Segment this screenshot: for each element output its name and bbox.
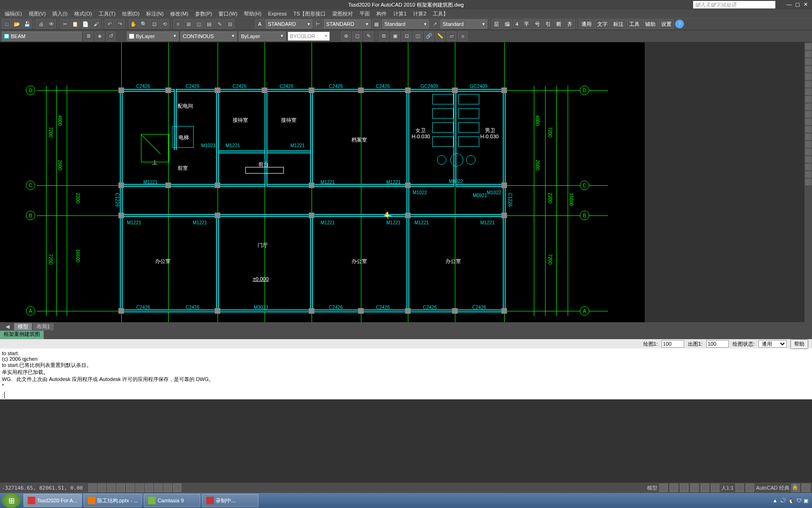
dim-style-dropdown[interactable]: STANDARD bbox=[324, 19, 371, 29]
move-tool-icon[interactable] bbox=[805, 111, 812, 118]
menu-calc2[interactable]: 计算2 bbox=[410, 10, 429, 17]
dim-tool-icon[interactable] bbox=[805, 103, 812, 110]
id-btn[interactable]: 号 bbox=[532, 19, 542, 29]
taskbar-item-recorder[interactable]: 录制中... bbox=[202, 494, 258, 507]
circle-tool-icon[interactable] bbox=[805, 58, 812, 65]
zoom-window-icon[interactable]: ⊡ bbox=[149, 19, 159, 29]
layer-iso-icon[interactable]: ◈ bbox=[95, 32, 104, 41]
menu-view[interactable]: 视图(V) bbox=[26, 10, 49, 17]
network-icon[interactable]: 🔊 bbox=[780, 498, 786, 504]
plan-btn[interactable]: 平 bbox=[522, 19, 531, 29]
zoom-icon[interactable]: 🔍 bbox=[139, 19, 148, 29]
pan-icon[interactable]: ✋ bbox=[129, 19, 138, 29]
polar-toggle[interactable] bbox=[117, 484, 125, 492]
copy-tool-icon[interactable] bbox=[805, 119, 812, 125]
menu-format[interactable]: 格式(O) bbox=[71, 10, 95, 17]
text-style-dropdown[interactable]: STANDARD bbox=[265, 19, 312, 29]
ortho-toggle[interactable] bbox=[107, 484, 116, 492]
search-input[interactable]: 键入关键字或短语 bbox=[693, 1, 775, 8]
general-btn[interactable]: 通用 bbox=[579, 19, 594, 29]
arc-tool-icon[interactable] bbox=[805, 66, 812, 72]
table-style-dropdown[interactable]: Standard bbox=[382, 19, 429, 29]
lineweight-dropdown[interactable]: ByLayer bbox=[239, 32, 286, 41]
settings-btn[interactable]: 设置 bbox=[659, 19, 674, 29]
workspace-dropdown[interactable]: AutoCAD 经典 bbox=[756, 484, 789, 492]
otrack-toggle[interactable] bbox=[135, 484, 144, 492]
match-icon[interactable]: 🖌 bbox=[91, 19, 101, 29]
ducs-toggle[interactable] bbox=[145, 484, 153, 492]
scale2-input[interactable] bbox=[706, 340, 729, 348]
mleader-icon[interactable]: ↗ bbox=[430, 19, 439, 29]
measure-icon[interactable]: 📏 bbox=[436, 32, 445, 41]
hyperlink-icon[interactable]: 🔗 bbox=[424, 32, 434, 41]
drawing-canvas[interactable]: C2426 C2426 C2426 C2426 C2426 C2426 GC24… bbox=[0, 42, 645, 322]
dimstyle-icon[interactable]: ⊢ bbox=[313, 19, 323, 29]
preview-icon[interactable]: 👁 bbox=[47, 19, 56, 29]
menu-dim[interactable]: 标注(N) bbox=[143, 10, 166, 17]
layer-prev-icon[interactable]: ↺ bbox=[106, 32, 116, 41]
undo-icon[interactable]: ↶ bbox=[105, 19, 114, 29]
zoom-icon[interactable] bbox=[690, 484, 699, 492]
sheetset-icon[interactable]: ▤ bbox=[204, 19, 214, 29]
help-button[interactable]: 帮助 bbox=[790, 339, 808, 349]
block-edit-icon[interactable]: ✎ bbox=[364, 32, 373, 41]
maximize-icon[interactable]: ▢ bbox=[795, 1, 802, 8]
dim-btn[interactable]: 标注 bbox=[611, 19, 626, 29]
extend-tool-icon[interactable] bbox=[805, 156, 812, 163]
layer-dropdown[interactable]: BEAM bbox=[2, 32, 82, 41]
markup-icon[interactable]: ✎ bbox=[215, 19, 224, 29]
menu-modify[interactable]: 修改(M) bbox=[167, 10, 191, 17]
trim-tool-icon[interactable] bbox=[805, 149, 812, 155]
mleader-style-dropdown[interactable]: Standard bbox=[440, 19, 487, 29]
taskbar-item-powerpoint[interactable]: 陈工结构.pptx - ... bbox=[84, 494, 142, 507]
qq-icon[interactable]: 🐧 bbox=[788, 498, 795, 504]
tab-scroll-left-icon[interactable]: ◀ bbox=[2, 324, 13, 330]
designcenter-icon[interactable]: ⊞ bbox=[184, 19, 193, 29]
tab-model[interactable]: 模型 bbox=[14, 323, 32, 330]
hatch-tool-icon[interactable] bbox=[805, 88, 812, 95]
ole-icon[interactable]: ◫ bbox=[413, 32, 422, 41]
text-tool-icon[interactable] bbox=[805, 96, 812, 103]
rotate-tool-icon[interactable] bbox=[805, 126, 812, 133]
new-icon[interactable]: □ bbox=[2, 19, 11, 29]
rect-tool-icon[interactable] bbox=[805, 73, 812, 80]
polyline-tool-icon[interactable] bbox=[805, 51, 812, 57]
linetype-dropdown[interactable]: CONTINOUS bbox=[180, 32, 237, 41]
tray-expand-icon[interactable]: ▲ bbox=[773, 498, 778, 503]
taskbar-item-camtasia[interactable]: Camtasia 9 bbox=[144, 494, 200, 507]
color-dropdown[interactable]: ByLayer bbox=[127, 32, 179, 41]
print-icon[interactable]: 🖨 bbox=[36, 19, 46, 29]
menu-calc1[interactable]: 计算1 bbox=[390, 10, 409, 17]
showmotion-icon[interactable] bbox=[711, 484, 719, 492]
menu-help[interactable]: 帮助(H) bbox=[241, 10, 264, 17]
clean-screen-icon[interactable] bbox=[802, 484, 810, 492]
layer-btn[interactable]: 层 bbox=[492, 19, 501, 29]
assist-btn[interactable]: 辅助 bbox=[643, 19, 658, 29]
paste-icon[interactable]: 📄 bbox=[81, 19, 90, 29]
block-insert-icon[interactable]: ⊕ bbox=[341, 32, 351, 41]
menu-draw[interactable]: 绘图(D) bbox=[119, 10, 142, 17]
steering-icon[interactable] bbox=[701, 484, 709, 492]
fillet-tool-icon[interactable] bbox=[805, 171, 812, 178]
num-btn[interactable]: 4 bbox=[513, 20, 521, 28]
textstyle-icon[interactable]: A bbox=[255, 19, 265, 29]
menu-beam-check[interactable]: 梁图校对 bbox=[329, 10, 356, 17]
save-icon[interactable]: 💾 bbox=[23, 19, 32, 29]
qp-toggle[interactable] bbox=[173, 484, 181, 492]
properties-icon[interactable]: ≡ bbox=[173, 19, 183, 29]
autoscale-icon[interactable] bbox=[746, 484, 754, 492]
menu-edit[interactable]: 编辑(E) bbox=[2, 10, 25, 17]
close-icon[interactable]: ✕ bbox=[804, 1, 810, 8]
minimize-icon[interactable]: — bbox=[787, 1, 793, 8]
navbar-icon[interactable] bbox=[670, 484, 678, 492]
pan-icon[interactable] bbox=[680, 484, 688, 492]
system-tray[interactable]: ▲ 🔊 🐧 🛡 ▣ bbox=[769, 498, 812, 504]
xref-icon[interactable]: ⧉ bbox=[379, 32, 389, 41]
menu-tools[interactable]: 工具(T) bbox=[96, 10, 118, 17]
lwt-toggle[interactable] bbox=[164, 484, 172, 492]
menu-window[interactable]: 窗口(W) bbox=[216, 10, 240, 17]
taskbar-item-autocad[interactable]: Tssd2020 For A... bbox=[23, 494, 82, 507]
model-space-label[interactable]: 模型 bbox=[647, 484, 657, 492]
file-tab[interactable]: 框架案例建筑图 bbox=[0, 331, 44, 339]
command-window[interactable]: to start. (c) 2006 qjchen to start.已将比例列… bbox=[0, 349, 812, 391]
